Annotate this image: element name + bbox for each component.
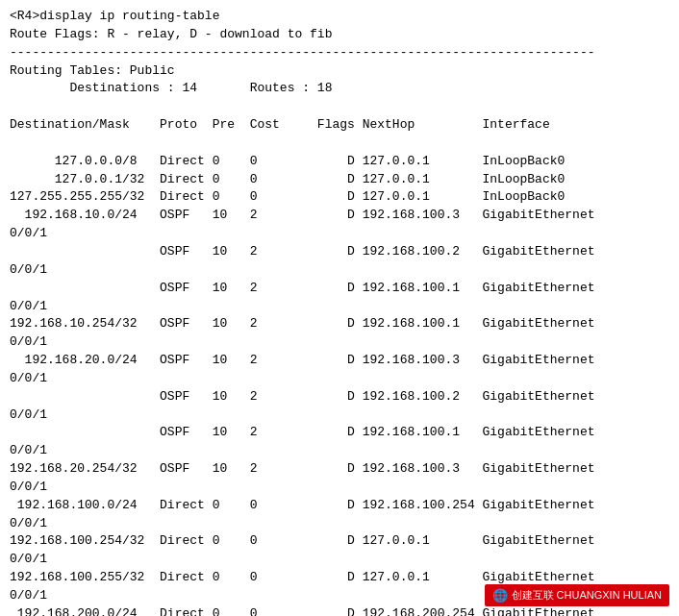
watermark: 🌐 创建互联 CHUANGXIN HULIAN (485, 584, 669, 606)
watermark-icon: 🌐 (492, 588, 508, 603)
terminal-output: <R4>display ip routing-table Route Flags… (10, 8, 669, 616)
watermark-text: 创建互联 CHUANGXIN HULIAN (512, 588, 662, 603)
